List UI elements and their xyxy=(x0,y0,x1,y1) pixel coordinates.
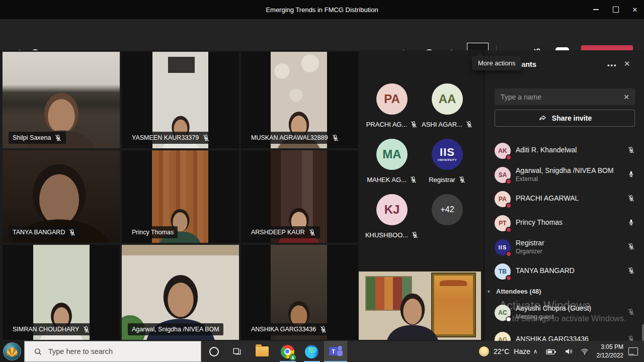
participant-search-input[interactable] xyxy=(495,93,623,101)
speaker-icon[interactable] xyxy=(565,347,573,355)
muted-mic-icon xyxy=(627,146,635,154)
video-tile[interactable]: ARSHDEEP KAUR xyxy=(241,150,358,243)
video-tile[interactable]: Shilpi Saxena xyxy=(3,52,120,148)
muted-mic-icon xyxy=(627,243,635,250)
participants-panel: Participants ••• ✕ ✕ Share invite AK Adi… xyxy=(484,50,644,341)
muted-mic-icon xyxy=(627,308,635,316)
chrome-profile-badge: A xyxy=(289,354,296,361)
video-gallery: Shilpi Saxena YASMEEN KAUR33379 MUSKAN A… xyxy=(0,50,484,341)
muted-mic-icon xyxy=(458,176,466,184)
search-clear-icon[interactable]: ✕ xyxy=(623,93,635,101)
weather-sun-icon xyxy=(479,346,489,356)
video-tile[interactable]: Agarwal, Snigdha /NIVEA BOM xyxy=(122,245,239,340)
edge-button[interactable] xyxy=(300,341,323,362)
panel-scrollbar[interactable] xyxy=(642,324,644,341)
muted-mic-icon xyxy=(68,229,76,236)
task-view-button[interactable] xyxy=(225,341,249,362)
presence-busy-dot xyxy=(506,251,512,257)
video-feed xyxy=(359,272,481,340)
action-center-icon[interactable] xyxy=(628,347,638,355)
participant-row[interactable]: IIS Registrar Organizer xyxy=(485,235,644,259)
participant-name: ANSHIKA GARG33436 xyxy=(251,326,316,333)
video-tile[interactable]: SIMRAN CHOUDHARY xyxy=(3,245,120,340)
teams-meeting-window: Emerging Trends in FMCG Distribution ✕ 0… xyxy=(0,0,644,362)
video-tile[interactable]: Princy Thomas xyxy=(122,150,239,243)
avatar[interactable]: AA xyxy=(432,83,463,115)
cortana-button[interactable] xyxy=(202,341,225,362)
chrome-button[interactable]: A xyxy=(276,341,299,362)
participant-name: YASMEEN KAUR33379 xyxy=(132,134,199,141)
window-title: Emerging Trends in FMCG Distribution xyxy=(266,6,378,14)
clock-time: 3:05 PM xyxy=(597,343,623,351)
share-invite-icon xyxy=(538,114,547,123)
muted-mic-icon xyxy=(627,267,635,275)
panel-close-icon[interactable]: ✕ xyxy=(624,59,630,68)
video-tile[interactable]: ANSHIKA GARG33436 xyxy=(241,245,358,340)
participant-name: Princy Thomas xyxy=(132,229,174,236)
share-invite-button[interactable]: Share invite xyxy=(495,110,635,127)
taskbar-search-input[interactable] xyxy=(48,347,189,355)
more-actions-tooltip: More actions xyxy=(472,56,521,70)
weather-condition: Haze xyxy=(514,347,530,355)
mic-on-icon xyxy=(627,170,635,178)
close-button[interactable]: ✕ xyxy=(631,6,639,14)
windows-taskbar: A T 22°C Haze ∧ 3:05 PM 2/12/2022 xyxy=(0,341,644,362)
participant-row[interactable]: SA Agarwal, Snigdha /NIVEA BOM External xyxy=(485,163,644,187)
avatar-label: Registrar xyxy=(410,176,485,184)
taskbar-clock[interactable]: 3:05 PM 2/12/2022 xyxy=(597,343,623,360)
avatar[interactable]: MA xyxy=(376,139,408,170)
title-bar: Emerging Trends in FMCG Distribution ✕ xyxy=(0,0,644,19)
iis-university-logo[interactable]: IISUNIVERSITY xyxy=(432,139,463,170)
search-icon xyxy=(34,347,42,356)
teams-icon: T xyxy=(329,345,342,358)
overflow-participants-badge[interactable]: +42 xyxy=(432,194,463,225)
activate-windows-watermark-sub: Go to Settings to activate Windows. xyxy=(499,314,626,323)
shell-start-icon xyxy=(7,347,18,357)
video-tile[interactable]: MUSKAN AGRAWAL32889 xyxy=(241,52,358,148)
participant-name: ARSHDEEP KAUR xyxy=(251,229,305,236)
video-tile[interactable]: TANYA BANGARD xyxy=(3,150,120,243)
muted-mic-icon xyxy=(411,231,419,239)
participant-row[interactable]: AK Aditi R. Khandelwal xyxy=(485,139,644,163)
taskbar-search[interactable] xyxy=(24,341,201,362)
muted-mic-icon xyxy=(308,229,316,236)
presence-busy-dot xyxy=(506,227,512,233)
mic-on-icon xyxy=(627,219,635,226)
participant-row[interactable]: PT Princy Thomas xyxy=(485,211,644,235)
muted-mic-icon xyxy=(83,326,90,333)
teams-button-active[interactable]: T xyxy=(324,341,347,362)
muted-mic-icon xyxy=(627,195,635,202)
participant-row[interactable]: AG ANSHIKA GARG33436 xyxy=(485,328,644,341)
avatar-label: KHUSHBOO... xyxy=(354,231,430,239)
attendees-section-header[interactable]: ▾ Attendees (48) xyxy=(485,287,644,298)
temperature: 22°C xyxy=(494,347,509,355)
start-button[interactable] xyxy=(0,341,24,362)
maximize-button[interactable] xyxy=(612,6,620,14)
cortana-icon xyxy=(209,347,219,356)
participant-row[interactable]: PA PRACHI AGARWAL xyxy=(485,187,644,211)
tray-expand-chevron[interactable]: ∧ xyxy=(533,348,538,355)
active-speaker-tile[interactable] xyxy=(359,272,481,340)
wifi-icon[interactable] xyxy=(581,347,589,355)
participant-search: ✕ xyxy=(495,88,635,105)
minimize-button[interactable] xyxy=(592,6,600,14)
panel-more-options-icon[interactable]: ••• xyxy=(607,61,617,69)
avatar[interactable]: KJ xyxy=(376,194,408,225)
participant-row[interactable]: TB TANYA BANGARD xyxy=(485,259,644,284)
video-tile[interactable]: YASMEEN KAUR33379 xyxy=(122,52,239,148)
activate-windows-watermark: Activate Windows xyxy=(499,299,591,313)
presence-busy-dot xyxy=(506,203,512,209)
meeting-toolbar: 01:12:36 ••• Leave xyxy=(0,19,644,50)
muted-mic-icon xyxy=(332,134,339,142)
avatar-label: ASHI AGAR... xyxy=(410,121,485,128)
presence-busy-dot xyxy=(506,178,512,185)
muted-mic-icon xyxy=(627,335,635,341)
avatar[interactable]: PA xyxy=(376,83,408,115)
muted-mic-icon xyxy=(54,134,62,142)
presence-busy-dot xyxy=(506,275,512,281)
presence-busy-dot xyxy=(506,154,512,160)
file-explorer-button[interactable] xyxy=(251,341,274,362)
system-tray: ∧ 3:05 PM 2/12/2022 xyxy=(529,341,644,362)
edge-icon xyxy=(305,345,318,358)
battery-icon[interactable] xyxy=(546,348,556,355)
